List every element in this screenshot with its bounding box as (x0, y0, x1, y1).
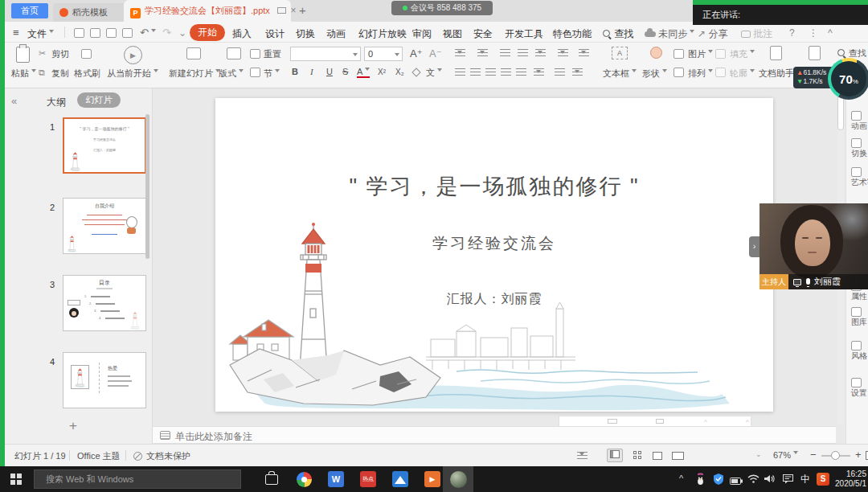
volume-icon[interactable] (764, 474, 776, 486)
rail-animation[interactable]: 动画 (851, 111, 868, 132)
slide-thumbnail-1[interactable]: " 学习，是一场孤独的修行 " 学习经验交流会 汇报人：刘丽霞 (63, 117, 146, 174)
shrink-font-button[interactable]: A⁻ (429, 47, 442, 59)
share-button[interactable]: ↗ 分享 (698, 27, 727, 41)
increase-indent-icon[interactable] (518, 49, 528, 57)
align-right-icon[interactable] (485, 68, 496, 76)
menu-tab-review[interactable]: 审阅 (412, 27, 432, 41)
numbered-list-icon[interactable] (477, 49, 488, 57)
more-menu-icon[interactable]: ⋮ (809, 27, 818, 39)
outline-icon[interactable] (715, 68, 726, 77)
taskbar-app-cloud[interactable] (384, 466, 416, 492)
undo-icon[interactable]: ↶ (140, 27, 156, 39)
font-color-button[interactable]: A (357, 67, 370, 78)
floating-toolbar[interactable]: ^ ^ (559, 416, 751, 427)
tab-slides[interactable]: 幻灯片 (77, 92, 121, 108)
floating-tool-icon[interactable] (608, 419, 617, 424)
outline-button[interactable]: 轮廓 (730, 68, 755, 80)
justify-icon[interactable] (501, 68, 511, 76)
wifi-icon[interactable] (747, 474, 760, 486)
tab-document[interactable]: P学习经验交流会【刘丽霞】.pptx × (124, 0, 291, 22)
tray-expand-icon[interactable]: ^ (679, 474, 683, 483)
notes-toggle-icon[interactable] (577, 452, 588, 460)
taskbar-app-meeting-active[interactable] (443, 466, 473, 492)
ime-indicator[interactable]: 中 (800, 473, 810, 486)
rail-wordart[interactable]: 艺术字 (851, 167, 868, 188)
move-para-up-icon[interactable] (555, 68, 565, 76)
taskbar-app-wps[interactable]: W (320, 466, 352, 492)
taskbar-app-browser[interactable] (288, 466, 320, 492)
bullet-list-icon[interactable] (455, 49, 465, 57)
tab-outline[interactable]: 大纲 (47, 96, 66, 109)
add-slide-button[interactable]: + (69, 418, 77, 434)
slide-canvas[interactable]: " 学习，是一场孤独的修行 " 学习经验交流会 汇报人：刘丽霞 (215, 98, 773, 412)
security-shield-icon[interactable] (714, 474, 723, 487)
menu-tab-transition[interactable]: 切换 (296, 27, 315, 41)
rail-style[interactable]: 风格 (851, 341, 868, 362)
cut-icon[interactable]: ✂ (39, 48, 46, 59)
menu-tab-design[interactable]: 设计 (265, 27, 285, 41)
section-button[interactable]: 节 (264, 68, 280, 80)
underline-button[interactable]: U (326, 67, 333, 76)
picture-button[interactable]: 图片 (688, 48, 713, 60)
reset-button[interactable]: 重置 (264, 48, 281, 60)
zoom-slider-handle[interactable] (831, 451, 840, 460)
superscript-button[interactable]: X² (378, 68, 386, 76)
slideshow-icon[interactable] (672, 452, 684, 460)
doc-assistant-icon[interactable] (770, 46, 782, 60)
taskbar-app-hotspot[interactable]: 热点 (352, 466, 384, 492)
clock[interactable]: 16:252020/5/1 (834, 469, 866, 489)
font-size-combobox[interactable]: 0 (364, 47, 403, 61)
align-center-icon[interactable] (470, 68, 481, 76)
play-from-current-button[interactable]: 从当前开始 (107, 68, 158, 80)
redo-icon[interactable]: ↷ (162, 27, 171, 39)
battery-icon[interactable] (730, 476, 743, 487)
menu-tab-features[interactable]: 特色功能 (553, 27, 592, 41)
paragraph-settings-icon[interactable] (558, 49, 568, 57)
arrange-button[interactable]: 排列 (688, 68, 713, 80)
present-assistant-icon[interactable] (809, 46, 821, 60)
grow-font-button[interactable]: A⁺ (410, 47, 423, 59)
align-left-icon[interactable] (455, 68, 465, 76)
paste-button[interactable]: 粘贴 (11, 68, 36, 80)
distribute-icon[interactable] (516, 68, 526, 76)
copy-icon[interactable]: ⧉ (39, 68, 45, 78)
webcam-video[interactable]: 主持人 刘丽霞 (760, 203, 868, 289)
clear-format-icon[interactable] (411, 68, 420, 76)
floating-tool-icon[interactable]: ^ (746, 418, 749, 425)
copy-button[interactable]: 复制 (51, 68, 69, 80)
layout-icon[interactable] (227, 47, 241, 59)
start-button[interactable] (0, 466, 32, 492)
cut-button[interactable]: 剪切 (51, 48, 69, 60)
menu-tab-security[interactable]: 安全 (473, 27, 493, 41)
bold-button[interactable]: B (292, 67, 298, 76)
text-direction-icon[interactable] (579, 49, 589, 57)
font-name-combobox[interactable] (290, 47, 361, 61)
rail-transition[interactable]: 切换 (851, 138, 868, 159)
zoom-in-button[interactable]: + (855, 449, 862, 461)
hamburger-icon[interactable]: ≡ (13, 27, 19, 39)
reading-view-icon[interactable] (653, 452, 662, 460)
print-icon[interactable] (90, 28, 100, 38)
protection-status[interactable]: 文档未保护 (146, 450, 190, 462)
picture-icon[interactable] (674, 49, 684, 59)
fill-icon[interactable] (715, 49, 726, 59)
format-painter-icon[interactable] (81, 49, 92, 59)
layout-button[interactable]: 版式 (219, 68, 244, 80)
play-from-current-icon[interactable]: ▶ (124, 46, 142, 64)
taskbar-search-input[interactable] (34, 469, 241, 489)
menu-find[interactable]: 查找 (603, 27, 633, 41)
zoom-out-button[interactable]: − (810, 449, 817, 461)
slide-sorter-icon[interactable] (633, 451, 641, 459)
rail-settings[interactable]: 设置 (851, 378, 868, 399)
floating-tool-icon[interactable]: ^ (704, 418, 707, 425)
floating-tool-icon[interactable] (656, 419, 664, 424)
accelerator-ball[interactable]: 70% (828, 58, 868, 100)
slide-thumbnail-3[interactable]: 目录 1. 2. 3. 4. (63, 275, 146, 331)
screenshare-icon[interactable] (793, 279, 801, 285)
tab-home[interactable]: 首页 (11, 3, 48, 18)
format-painter-button[interactable]: 格式刷 (74, 68, 100, 80)
zoom-preset-caret-icon[interactable]: ⌄ (755, 450, 762, 458)
projector-icon[interactable] (277, 7, 286, 14)
menu-tab-insert[interactable]: 插入 (232, 27, 252, 41)
move-para-down-icon[interactable] (572, 68, 583, 76)
